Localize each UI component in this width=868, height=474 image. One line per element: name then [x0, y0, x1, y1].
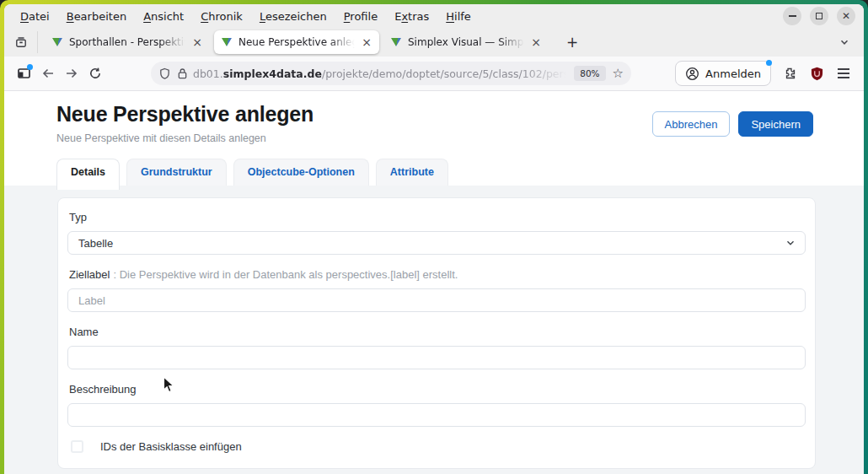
menu-item-profile[interactable]: Profile: [335, 10, 386, 23]
shield-icon: [158, 67, 171, 80]
minimize-button[interactable]: [783, 7, 801, 25]
base-class-ids-checkbox-label: IDs der Basisklasse einfügen: [100, 440, 242, 453]
back-arrow-icon: [41, 67, 55, 80]
web-page: Neue Perspektive anlegen Neue Perspektiv…: [4, 91, 864, 474]
menu-item-hilfe[interactable]: Hilfe: [437, 10, 480, 23]
lock-icon: [177, 67, 188, 79]
maximize-icon: [816, 13, 822, 19]
cancel-button[interactable]: Abbrechen: [652, 111, 731, 137]
browser-window-frame: DateiBearbeitenAnsichtChronikLesezeichen…: [0, 0, 868, 474]
ublock-shield-icon: [810, 67, 824, 81]
ziellabel-hint: : Die Perspektive wird in der Datenbank …: [113, 268, 458, 281]
ublock-button[interactable]: [805, 62, 828, 85]
simplex-favicon-icon: [222, 38, 232, 46]
menu-item-bearbeiten[interactable]: Bearbeiten: [58, 10, 135, 23]
account-icon: [685, 67, 699, 81]
tab-bar: Sporthallen - Perspektiven × Neue Perspe…: [4, 28, 864, 57]
browser-window: DateiBearbeitenAnsichtChronikLesezeichen…: [4, 4, 864, 474]
tab-close-button[interactable]: ×: [192, 36, 202, 48]
back-button[interactable]: [36, 62, 60, 85]
url-path: /projekte/demo/doptet/source/5/class/102…: [322, 67, 574, 80]
ziellabel-input[interactable]: [67, 288, 806, 312]
new-tab-button[interactable]: +: [561, 34, 583, 51]
chevron-down-icon: [839, 36, 850, 48]
chevron-down-icon: [785, 237, 796, 249]
ziellabel-label: Ziellabel: [69, 268, 110, 281]
tab-close-button[interactable]: ×: [362, 36, 372, 48]
page-header: Neue Perspektive anlegen Neue Perspektiv…: [4, 91, 864, 186]
tab-overview-button[interactable]: [13, 31, 38, 53]
basisklasse-checkbox-row: IDs der Basisklasse einfügen: [67, 440, 806, 453]
page-tabs: Details Grundstruktur Objectcube-Optione…: [56, 159, 813, 186]
tab-title: Simplex Visual — Simplex: [408, 36, 528, 48]
ziellabel-field: Ziellabel: Die Perspektive wird in der D…: [67, 268, 806, 312]
tab-list-button[interactable]: [839, 36, 855, 48]
page-content: Typ Tabelle Ziellabel: Die Perspektive w…: [4, 186, 864, 474]
close-icon: ✕: [842, 11, 850, 21]
menubar: DateiBearbeitenAnsichtChronikLesezeichen…: [4, 4, 864, 28]
menu-item-datei[interactable]: Datei: [12, 10, 58, 23]
menu-item-extras[interactable]: Extras: [386, 10, 437, 23]
tab-details[interactable]: Details: [56, 159, 120, 190]
typ-select-value: Tabelle: [78, 237, 113, 250]
beschreibung-field: Beschreibung: [67, 383, 806, 427]
menu-item-lesezeichen[interactable]: Lesezeichen: [251, 10, 335, 23]
browser-tab-sporthallen[interactable]: Sporthallen - Perspektiven ×: [45, 30, 210, 54]
navigation-toolbar: db01.simplex4data.de/projekte/demo/dopte…: [4, 57, 864, 91]
forward-arrow-icon: [65, 67, 78, 80]
tab-title: Sporthallen - Perspektiven: [69, 36, 189, 48]
url-domain: simplex4data.de: [223, 67, 322, 80]
hamburger-icon: [838, 68, 849, 78]
sidebar-button[interactable]: [13, 62, 36, 85]
reload-icon: [88, 67, 102, 80]
menu-item-chronik[interactable]: Chronik: [192, 10, 251, 23]
menu-item-ansicht[interactable]: Ansicht: [135, 10, 192, 23]
forward-button[interactable]: [60, 62, 83, 85]
puzzle-icon: [783, 67, 796, 80]
simplex-favicon-icon: [391, 38, 401, 46]
save-button[interactable]: Speichern: [738, 111, 813, 137]
name-label: Name: [69, 326, 806, 338]
tab-close-button[interactable]: ×: [531, 36, 541, 48]
bookmark-star-button[interactable]: ☆: [613, 66, 624, 81]
account-label: Anmelden: [705, 67, 761, 80]
url-domain-prefix: db01.: [193, 67, 223, 80]
typ-label: Typ: [69, 211, 806, 224]
window-controls: ✕: [783, 7, 855, 25]
archive-icon: [14, 35, 28, 49]
browser-tab-neue-perspektive[interactable]: Neue Perspektive anlegen ×: [214, 30, 379, 54]
maximize-button[interactable]: [810, 7, 828, 25]
notification-dot: [27, 64, 33, 70]
notification-dot: [766, 60, 772, 66]
ziellabel-label-row: Ziellabel: Die Perspektive wird in der D…: [69, 268, 806, 281]
tab-objectcube-optionen[interactable]: Objectcube-Optionen: [233, 159, 369, 186]
beschreibung-label: Beschreibung: [69, 383, 806, 396]
base-class-ids-checkbox[interactable]: [71, 440, 83, 453]
account-login-button[interactable]: Anmelden: [675, 61, 771, 86]
typ-field: Typ Tabelle: [67, 211, 806, 255]
tab-grundstruktur[interactable]: Grundstruktur: [126, 159, 227, 186]
toolbar-right-icons: [778, 62, 855, 85]
tab-title: Neue Perspektive anlegen: [238, 36, 358, 48]
minimize-icon: [789, 15, 796, 17]
app-menu-button[interactable]: [832, 62, 855, 85]
extensions-button[interactable]: [778, 62, 801, 85]
header-actions: Abbrechen Speichern: [652, 111, 813, 137]
reload-button[interactable]: [83, 62, 107, 85]
close-button[interactable]: ✕: [837, 7, 855, 25]
beschreibung-input[interactable]: [67, 403, 806, 427]
name-input[interactable]: [67, 346, 806, 369]
url-text: db01.simplex4data.de/projekte/demo/dopte…: [193, 67, 574, 80]
tab-attribute[interactable]: Attribute: [376, 159, 448, 186]
url-bar[interactable]: db01.simplex4data.de/projekte/demo/dopte…: [151, 62, 631, 85]
simplex-favicon-icon: [52, 38, 62, 46]
details-form-card: Typ Tabelle Ziellabel: Die Perspektive w…: [57, 197, 816, 469]
browser-tab-simplex-visual[interactable]: Simplex Visual — Simplex ×: [383, 30, 549, 54]
menubar-items: DateiBearbeitenAnsichtChronikLesezeichen…: [12, 10, 480, 23]
zoom-level-badge[interactable]: 80%: [574, 66, 605, 81]
typ-select[interactable]: Tabelle: [67, 231, 806, 255]
name-field: Name: [67, 326, 806, 369]
